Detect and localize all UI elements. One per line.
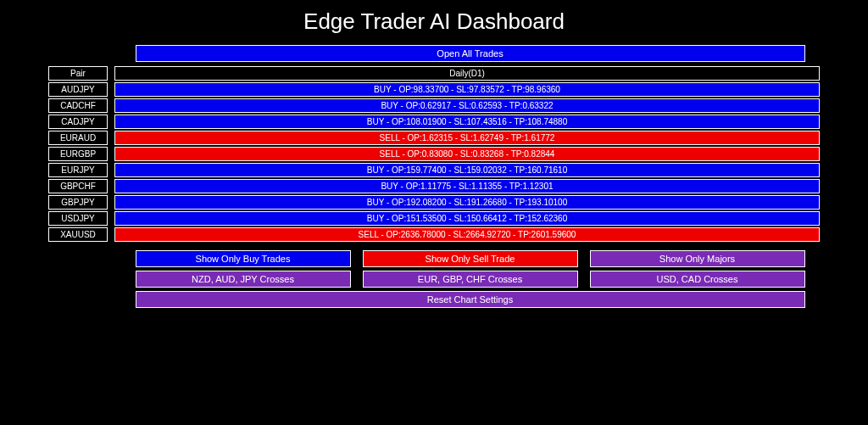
pair-cell[interactable]: USDJPY	[48, 211, 108, 226]
table-row: AUDJPYBUY - OP:98.33700 - SL:97.83572 - …	[48, 82, 820, 97]
crosses-usd-cad-button[interactable]: USD, CAD Crosses	[590, 271, 805, 288]
pair-cell[interactable]: GBPCHF	[48, 179, 108, 193]
signal-cell[interactable]: BUY - OP:98.33700 - SL:97.83572 - TP:98.…	[114, 82, 820, 97]
open-all-trades-button[interactable]: Open All Trades	[136, 45, 805, 62]
main-area: Open All Trades Pair Daily(D1) AUDJPYBUY…	[0, 45, 868, 308]
pair-cell[interactable]: CADJPY	[48, 115, 108, 129]
signal-cell[interactable]: BUY - OP:159.77400 - SL:159.02032 - TP:1…	[114, 163, 820, 177]
show-sell-button[interactable]: Show Only Sell Trade	[363, 250, 578, 267]
signal-cell[interactable]: BUY - OP:0.62917 - SL:0.62593 - TP:0.633…	[114, 98, 820, 113]
reset-chart-button[interactable]: Reset Chart Settings	[136, 291, 805, 308]
signal-cell[interactable]: BUY - OP:151.53500 - SL:150.66412 - TP:1…	[114, 211, 820, 226]
header-pair: Pair	[48, 66, 108, 81]
filter-section: Show Only Buy Trades Show Only Sell Trad…	[48, 250, 820, 308]
pair-cell[interactable]: GBPJPY	[48, 195, 108, 210]
dashboard-container: Edge Trader AI Dashboard Open All Trades…	[0, 0, 868, 316]
table-row: EURGBPSELL - OP:0.83080 - SL:0.83268 - T…	[48, 147, 820, 161]
signal-cell[interactable]: BUY - OP:192.08200 - SL:191.26680 - TP:1…	[114, 195, 820, 210]
filter-row-2: NZD, AUD, JPY Crosses EUR, GBP, CHF Cros…	[136, 271, 805, 288]
page-title: Edge Trader AI Dashboard	[0, 8, 868, 35]
show-buy-button[interactable]: Show Only Buy Trades	[136, 250, 351, 267]
table-row: XAUUSDSELL - OP:2636.78000 - SL:2664.927…	[48, 227, 820, 242]
table-row: GBPJPYBUY - OP:192.08200 - SL:191.26680 …	[48, 195, 820, 210]
pair-cell[interactable]: XAUUSD	[48, 227, 108, 242]
signal-cell[interactable]: SELL - OP:0.83080 - SL:0.83268 - TP:0.82…	[114, 147, 820, 161]
pair-cell[interactable]: CADCHF	[48, 98, 108, 113]
signal-cell[interactable]: BUY - OP:1.11775 - SL:1.11355 - TP:1.123…	[114, 179, 820, 193]
show-majors-button[interactable]: Show Only Majors	[590, 250, 805, 267]
signal-cell[interactable]: SELL - OP:2636.78000 - SL:2664.92720 - T…	[114, 227, 820, 242]
header-timeframe: Daily(D1)	[114, 66, 820, 81]
crosses-nzd-aud-jpy-button[interactable]: NZD, AUD, JPY Crosses	[136, 271, 351, 288]
table-header-row: Pair Daily(D1)	[48, 66, 820, 81]
signal-cell[interactable]: SELL - OP:1.62315 - SL:1.62749 - TP:1.61…	[114, 131, 820, 145]
pair-cell[interactable]: EURAUD	[48, 131, 108, 145]
filter-row-1: Show Only Buy Trades Show Only Sell Trad…	[136, 250, 805, 267]
pair-cell[interactable]: EURJPY	[48, 163, 108, 177]
signal-cell[interactable]: BUY - OP:108.01900 - SL:107.43516 - TP:1…	[114, 115, 820, 129]
table-row: CADJPYBUY - OP:108.01900 - SL:107.43516 …	[48, 115, 820, 129]
crosses-eur-gbp-chf-button[interactable]: EUR, GBP, CHF Crosses	[363, 271, 578, 288]
table-row: USDJPYBUY - OP:151.53500 - SL:150.66412 …	[48, 211, 820, 226]
pair-cell[interactable]: EURGBP	[48, 147, 108, 161]
table-row: EURAUDSELL - OP:1.62315 - SL:1.62749 - T…	[48, 131, 820, 145]
table-row: GBPCHFBUY - OP:1.11775 - SL:1.11355 - TP…	[48, 179, 820, 193]
signal-table: Pair Daily(D1) AUDJPYBUY - OP:98.33700 -…	[48, 66, 820, 242]
pair-cell[interactable]: AUDJPY	[48, 82, 108, 97]
table-row: EURJPYBUY - OP:159.77400 - SL:159.02032 …	[48, 163, 820, 177]
table-row: CADCHFBUY - OP:0.62917 - SL:0.62593 - TP…	[48, 98, 820, 113]
